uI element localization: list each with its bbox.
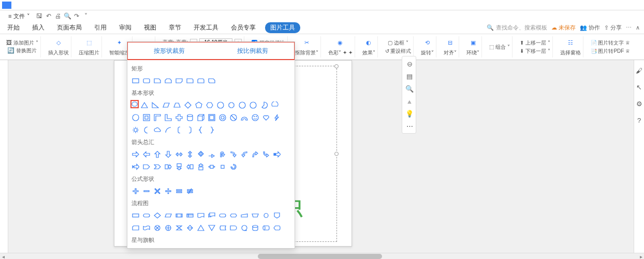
shape-ellipse-highlighted[interactable]: [130, 100, 139, 108]
shape-plus[interactable]: [175, 113, 183, 122]
unsaved-indicator[interactable]: ☁ 未保存: [551, 24, 576, 32]
shape-chord[interactable]: [271, 101, 279, 109]
shape-flow-stored[interactable]: [218, 224, 227, 232]
shape-round2[interactable]: [197, 77, 205, 85]
shape-flow-seqaccess[interactable]: [240, 224, 248, 232]
effect-button[interactable]: 效果˅: [362, 49, 375, 56]
shape-arrow-lr[interactable]: [175, 150, 183, 159]
shape-arrow-bent[interactable]: [208, 150, 216, 159]
shape-flow-direct[interactable]: [262, 224, 270, 232]
shape-arrow-notched[interactable]: [131, 163, 140, 171]
shape-flow-junction[interactable]: [153, 224, 162, 232]
border-button[interactable]: ▢ 边框 ˅: [388, 39, 408, 47]
shape-arrow-callout-r[interactable]: [164, 163, 172, 171]
shape-hexagon[interactable]: [206, 101, 214, 109]
shape-bracket-l[interactable]: [175, 126, 183, 134]
shape-arrow-chevron[interactable]: [153, 163, 162, 171]
shape-can[interactable]: [186, 113, 194, 122]
rs-brush-icon[interactable]: 🖌: [635, 66, 643, 75]
shape-bevel[interactable]: [208, 113, 216, 122]
down-layer-button[interactable]: ⬇ 下移一层 ˅: [520, 48, 550, 55]
shape-arrow-callout-d[interactable]: [175, 163, 183, 171]
shape-arrow-l[interactable]: [142, 150, 151, 159]
horizontal-scrollbar[interactable]: ◂ ▸: [0, 253, 644, 259]
shape-arrow-curved-r[interactable]: [229, 150, 238, 159]
shape-arrow-curved-d[interactable]: [262, 150, 270, 159]
ft-zoom-icon[interactable]: 🔍: [404, 83, 415, 94]
shape-flow-manual-input[interactable]: [240, 211, 248, 220]
shape-flow-decision[interactable]: [153, 211, 162, 220]
color-button[interactable]: 色彩˅ ✦ ✦: [328, 49, 353, 56]
tab-start[interactable]: 开始: [4, 22, 23, 33]
shape-arrow-ud[interactable]: [186, 150, 194, 159]
more-icon[interactable]: ⋯: [626, 24, 632, 31]
save-icon[interactable]: 🖫: [35, 12, 43, 20]
shape-flow-or[interactable]: [164, 224, 172, 232]
shape-heart[interactable]: [262, 113, 270, 122]
shape-notequal-sign[interactable]: [186, 187, 194, 195]
shape-flow-connector[interactable]: [262, 211, 270, 220]
shape-flow-extract[interactable]: [197, 224, 205, 232]
shape-arc[interactable]: [164, 126, 172, 134]
tab-dev[interactable]: 开发工具: [191, 22, 222, 33]
rs-settings-icon[interactable]: ⚙: [635, 99, 643, 108]
shape-diamond[interactable]: [184, 101, 192, 109]
file-menu[interactable]: ≡ 文件 ˅: [4, 11, 34, 21]
tab-view[interactable]: 视图: [141, 22, 159, 33]
shape-donut[interactable]: [218, 113, 227, 122]
crop-by-ratio-tab[interactable]: 按比例裁剪: [211, 47, 295, 55]
shape-lshape[interactable]: [164, 113, 172, 122]
shape-flow-collate[interactable]: [175, 224, 183, 232]
sel-pane-button[interactable]: 选择窗格: [560, 49, 581, 56]
shape-round1[interactable]: [186, 77, 194, 85]
tab-insert[interactable]: 插入: [29, 22, 48, 33]
shape-equal-sign[interactable]: [175, 187, 183, 195]
shape-rtriangle[interactable]: [151, 101, 159, 109]
shape-flow-prep[interactable]: [229, 211, 238, 220]
insert-shape-button[interactable]: 插入形状: [48, 49, 69, 56]
shape-snip2[interactable]: [164, 77, 172, 85]
preview-icon[interactable]: 🔍: [63, 12, 71, 20]
pic-to-text-button[interactable]: 📄 图片转文字 ♕: [591, 39, 631, 47]
pic-to-pdf-button[interactable]: 📑 图片转PDF ♕: [591, 48, 631, 55]
up-layer-button[interactable]: ⬆ 上移一层 ˅: [520, 39, 550, 47]
reset-style-button[interactable]: ↺ 重设样式: [385, 48, 412, 55]
tab-ref[interactable]: 引用: [91, 22, 110, 33]
shape-arrow-callout-u[interactable]: [197, 163, 205, 171]
add-pic-button[interactable]: 🖼 添加图片 ˅: [6, 39, 38, 47]
shape-flow-offpage[interactable]: [273, 211, 281, 220]
rs-help-icon[interactable]: ?: [635, 116, 643, 124]
ft-layout-icon[interactable]: ▤: [404, 71, 415, 81]
shape-parallelogram[interactable]: [162, 101, 170, 109]
shape-arrow-u[interactable]: [153, 150, 162, 159]
ft-collapse-icon[interactable]: ⊖: [404, 59, 415, 69]
shape-flow-display[interactable]: [273, 224, 281, 232]
shape-flow-multidoc[interactable]: [208, 211, 216, 220]
collapse-icon[interactable]: ∧: [636, 24, 640, 31]
shape-bracket-r[interactable]: [186, 126, 194, 134]
rs-select-arrow-icon[interactable]: ↖: [635, 83, 643, 91]
shape-flow-document[interactable]: [197, 211, 205, 220]
shape-triangle[interactable]: [140, 101, 149, 109]
tab-picture-tools[interactable]: 图片工具: [265, 22, 300, 33]
shape-brace-l[interactable]: [197, 126, 205, 134]
shape-divide-sign[interactable]: [164, 187, 172, 195]
shape-rect[interactable]: [131, 77, 140, 85]
shape-teardrop[interactable]: [131, 113, 140, 122]
crop-by-shape-tab[interactable]: 按形状裁剪: [128, 47, 211, 55]
shape-arrow-callout-l[interactable]: [186, 163, 194, 171]
replace-pic-button[interactable]: 🔄 替换图片: [6, 47, 38, 54]
print-icon[interactable]: 🖨: [54, 12, 62, 20]
shape-flow-manual-op[interactable]: [251, 211, 259, 220]
ft-more-icon[interactable]: ⋯: [404, 121, 415, 131]
shape-flow-process[interactable]: [131, 211, 140, 220]
shape-decagon[interactable]: [238, 101, 246, 109]
shape-frame[interactable]: [142, 113, 151, 122]
shape-halfframe[interactable]: [153, 113, 162, 122]
share-button[interactable]: ⇪ 分享: [604, 24, 622, 32]
shape-minus-sign[interactable]: [142, 187, 151, 195]
shape-dodecagon[interactable]: [249, 101, 257, 109]
shape-plus-sign[interactable]: [131, 187, 140, 195]
shape-snip3[interactable]: [175, 77, 183, 85]
shape-flow-tape[interactable]: [142, 224, 151, 232]
